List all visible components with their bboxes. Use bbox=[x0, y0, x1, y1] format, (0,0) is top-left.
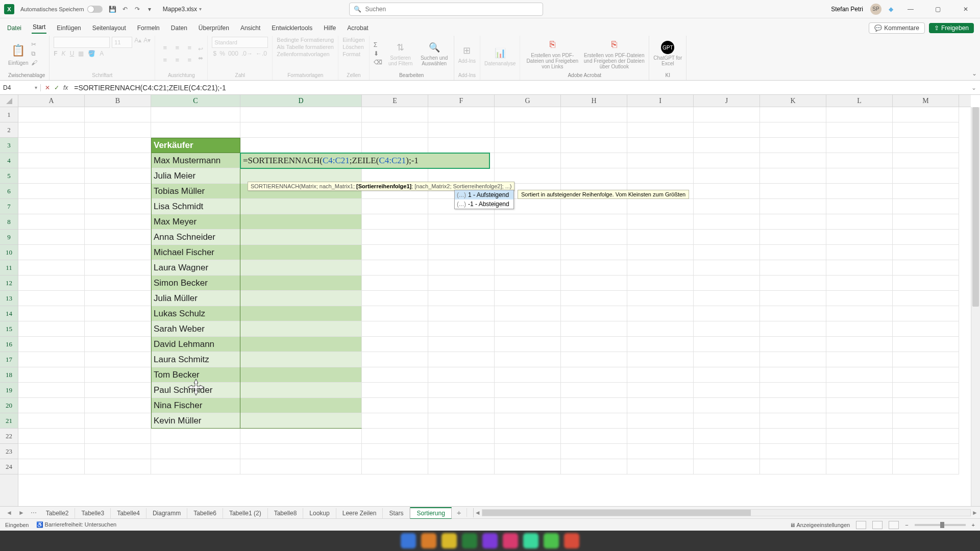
cell-K21[interactable] bbox=[760, 413, 826, 429]
column-headers[interactable]: ABCDEFGHIJKLM bbox=[18, 95, 971, 107]
cell-A18[interactable] bbox=[18, 367, 85, 383]
cut-icon[interactable]: ✂ bbox=[31, 41, 37, 48]
cell-K8[interactable] bbox=[760, 214, 826, 230]
percent-icon[interactable]: % bbox=[219, 50, 225, 57]
cell-F11[interactable] bbox=[428, 260, 495, 276]
cell-C8[interactable]: Max Meyer bbox=[151, 214, 240, 230]
cell-C20[interactable]: Nina Fischer bbox=[151, 398, 240, 413]
cell-I4[interactable] bbox=[627, 153, 694, 168]
cell-E3[interactable] bbox=[362, 138, 428, 153]
cell-H7[interactable] bbox=[561, 199, 627, 214]
cell-H19[interactable] bbox=[561, 383, 627, 398]
cell-A13[interactable] bbox=[18, 291, 85, 306]
cell-J17[interactable] bbox=[694, 352, 760, 367]
col-header-M[interactable]: M bbox=[893, 95, 959, 107]
cell-M21[interactable] bbox=[893, 413, 959, 429]
cell-J23[interactable] bbox=[694, 444, 760, 459]
save-icon[interactable]: 💾 bbox=[109, 6, 117, 13]
cell-I22[interactable] bbox=[627, 429, 694, 444]
copy-icon[interactable]: ⧉ bbox=[31, 50, 37, 57]
row-header-13[interactable]: 13 bbox=[0, 291, 18, 306]
cell-D17[interactable] bbox=[240, 352, 362, 367]
cell-M3[interactable] bbox=[893, 138, 959, 153]
cell-D19[interactable] bbox=[240, 383, 362, 398]
cell-C2[interactable] bbox=[151, 122, 240, 138]
cell-H12[interactable] bbox=[561, 276, 627, 291]
cell-E15[interactable] bbox=[362, 321, 428, 337]
cell-J7[interactable] bbox=[694, 199, 760, 214]
cell-K22[interactable] bbox=[760, 429, 826, 444]
cell-E10[interactable] bbox=[362, 245, 428, 260]
cell-E17[interactable] bbox=[362, 352, 428, 367]
cell-A2[interactable] bbox=[18, 122, 85, 138]
cell-C16[interactable]: David Lehmann bbox=[151, 337, 240, 352]
cell-G2[interactable] bbox=[495, 122, 561, 138]
page-break-view-button[interactable] bbox=[889, 521, 899, 529]
cell-E24[interactable] bbox=[362, 459, 428, 474]
cell-B16[interactable] bbox=[85, 337, 151, 352]
minimize-button[interactable]: — bbox=[900, 0, 921, 18]
cell-B14[interactable] bbox=[85, 306, 151, 321]
cell-H20[interactable] bbox=[561, 398, 627, 413]
cell-C6[interactable]: Tobias Müller bbox=[151, 184, 240, 199]
fx-icon[interactable]: fx bbox=[63, 84, 68, 91]
row-header-3[interactable]: 3 bbox=[0, 138, 18, 153]
cell-J5[interactable] bbox=[694, 168, 760, 184]
cell-J12[interactable] bbox=[694, 276, 760, 291]
cell-J21[interactable] bbox=[694, 413, 760, 429]
cell-H21[interactable] bbox=[561, 413, 627, 429]
tab-view[interactable]: Ansicht bbox=[239, 22, 261, 34]
cell-E8[interactable] bbox=[362, 214, 428, 230]
cell-A3[interactable] bbox=[18, 138, 85, 153]
cell-E20[interactable] bbox=[362, 398, 428, 413]
format-painter-icon[interactable]: 🖌 bbox=[31, 59, 37, 66]
cell-B23[interactable] bbox=[85, 444, 151, 459]
horizontal-scrollbar[interactable]: ◄ ► bbox=[482, 509, 971, 516]
cell-M7[interactable] bbox=[893, 199, 959, 214]
avatar[interactable]: SP bbox=[870, 4, 881, 15]
cell-D20[interactable] bbox=[240, 398, 362, 413]
cell-E2[interactable] bbox=[362, 122, 428, 138]
qat-more-icon[interactable]: ▾ bbox=[145, 6, 154, 13]
cell-F12[interactable] bbox=[428, 276, 495, 291]
sheet-tab-tabelle2[interactable]: Tabelle2 bbox=[40, 508, 76, 518]
italic-icon[interactable]: K bbox=[62, 50, 66, 57]
row-header-23[interactable]: 23 bbox=[0, 444, 18, 459]
cell-F2[interactable] bbox=[428, 122, 495, 138]
sheet-tab-stars[interactable]: Stars bbox=[383, 508, 410, 518]
cell-G1[interactable] bbox=[495, 107, 561, 122]
cell-D1[interactable] bbox=[240, 107, 362, 122]
cell-M15[interactable] bbox=[893, 321, 959, 337]
cell-G8[interactable] bbox=[495, 214, 561, 230]
sheet-tab-tabelle8[interactable]: Tabelle8 bbox=[268, 508, 304, 518]
cell-H13[interactable] bbox=[561, 291, 627, 306]
cell-J8[interactable] bbox=[694, 214, 760, 230]
cell-M22[interactable] bbox=[893, 429, 959, 444]
row-header-2[interactable]: 2 bbox=[0, 122, 18, 138]
zoom-out-button[interactable]: − bbox=[905, 522, 908, 528]
cell-G9[interactable] bbox=[495, 230, 561, 245]
number-format-combo[interactable]: Standard bbox=[212, 37, 268, 48]
comments-button[interactable]: 💬 Kommentare bbox=[869, 22, 925, 34]
cell-L20[interactable] bbox=[826, 398, 893, 413]
cell-M18[interactable] bbox=[893, 367, 959, 383]
cell-A6[interactable] bbox=[18, 184, 85, 199]
cell-grid[interactable]: ABCDEFGHIJKLM 12345678910111213141516171… bbox=[0, 95, 980, 506]
col-header-D[interactable]: D bbox=[240, 95, 362, 107]
close-button[interactable]: ✕ bbox=[955, 0, 976, 18]
cell-L24[interactable] bbox=[826, 459, 893, 474]
cell-C22[interactable] bbox=[151, 429, 240, 444]
cell-C18[interactable]: Tom Becker bbox=[151, 367, 240, 383]
cell-I14[interactable] bbox=[627, 306, 694, 321]
cell-B7[interactable] bbox=[85, 199, 151, 214]
cell-F16[interactable] bbox=[428, 337, 495, 352]
row-header-12[interactable]: 12 bbox=[0, 276, 18, 291]
cell-C12[interactable]: Simon Becker bbox=[151, 276, 240, 291]
cell-D23[interactable] bbox=[240, 444, 362, 459]
format-cells-button[interactable]: Format bbox=[342, 51, 360, 57]
cell-L13[interactable] bbox=[826, 291, 893, 306]
cell-M2[interactable] bbox=[893, 122, 959, 138]
cell-M12[interactable] bbox=[893, 276, 959, 291]
filename[interactable]: Mappe3.xlsx ▾ bbox=[163, 6, 202, 13]
cell-J1[interactable] bbox=[694, 107, 760, 122]
